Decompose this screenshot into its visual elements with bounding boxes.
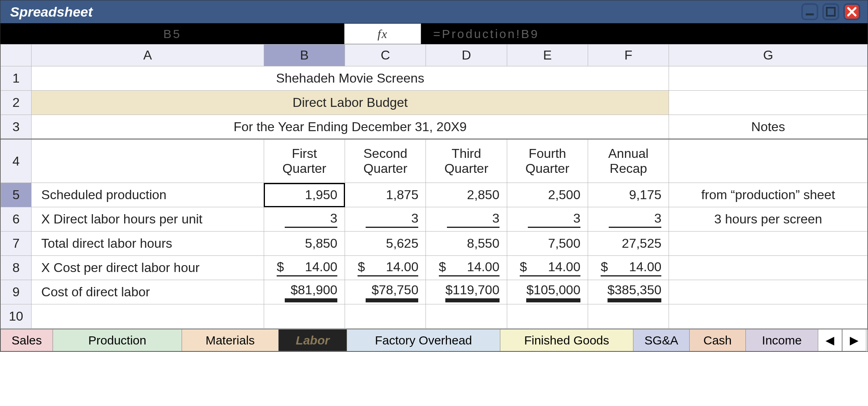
cell-G8[interactable] — [669, 256, 868, 280]
cell-C9[interactable]: $78,750 — [345, 280, 426, 304]
cell-G4[interactable] — [669, 139, 868, 183]
col-header-D[interactable]: D — [426, 45, 507, 66]
cell-E4[interactable]: Fourth Quarter — [507, 139, 588, 183]
tab-cash[interactable]: Cash — [689, 329, 746, 351]
name-box[interactable]: B5 — [0, 23, 344, 44]
row-4: 4 First Quarter Second Quarter Third Qua… — [1, 139, 868, 183]
spreadsheet-window: Spreadsheet B5 fx =Production!B9 — [0, 0, 868, 352]
cell-D4[interactable]: Third Quarter — [426, 139, 507, 183]
cell-D10[interactable] — [426, 304, 507, 329]
row-header-10[interactable]: 10 — [1, 304, 32, 329]
row-header-1[interactable]: 1 — [1, 66, 32, 91]
col-header-F[interactable]: F — [588, 45, 669, 66]
col-header-C[interactable]: C — [345, 45, 426, 66]
cell-A8[interactable]: X Cost per direct labor hour — [32, 256, 264, 280]
tab-income[interactable]: Income — [745, 329, 818, 351]
col-header-E[interactable]: E — [507, 45, 588, 66]
cell-B5[interactable]: 1,950 — [264, 183, 345, 207]
row-header-7[interactable]: 7 — [1, 232, 32, 256]
cell-A9[interactable]: Cost of direct labor — [32, 280, 264, 304]
cell-F6[interactable]: 3 — [588, 207, 669, 232]
cell-C6[interactable]: 3 — [345, 207, 426, 232]
tab-sga[interactable]: SG&A — [633, 329, 690, 351]
cell-G6[interactable]: 3 hours per screen — [669, 207, 868, 232]
cell-A5[interactable]: Scheduled production — [32, 183, 264, 207]
fx-button[interactable]: fx — [344, 23, 421, 44]
maximize-button[interactable] — [822, 3, 839, 20]
col-header-G[interactable]: G — [669, 45, 868, 66]
active-cell-ref: B5 — [163, 27, 182, 41]
select-all-corner[interactable] — [1, 45, 32, 66]
cell-B8[interactable]: $14.00 — [264, 256, 345, 280]
cell-D5[interactable]: 2,850 — [426, 183, 507, 207]
row-header-5[interactable]: 5 — [1, 183, 32, 207]
cell-B4[interactable]: First Quarter — [264, 139, 345, 183]
cell-G1[interactable] — [669, 66, 868, 91]
row-header-6[interactable]: 6 — [1, 207, 32, 232]
cell-B7[interactable]: 5,850 — [264, 232, 345, 256]
cell-E8[interactable]: $14.00 — [507, 256, 588, 280]
cell-B10[interactable] — [264, 304, 345, 329]
cell-E6[interactable]: 3 — [507, 207, 588, 232]
cell-B9[interactable]: $81,900 — [264, 280, 345, 304]
cell-A6[interactable]: X Direct labor hours per unit — [32, 207, 264, 232]
cell-D7[interactable]: 8,550 — [426, 232, 507, 256]
cell-E7[interactable]: 7,500 — [507, 232, 588, 256]
close-button[interactable] — [843, 3, 860, 20]
tab-sales[interactable]: Sales — [0, 329, 53, 351]
cell-E5[interactable]: 2,500 — [507, 183, 588, 207]
row-header-4[interactable]: 4 — [1, 139, 32, 183]
cell-G10[interactable] — [669, 304, 868, 329]
cell-G7[interactable] — [669, 232, 868, 256]
minimize-button[interactable] — [801, 3, 818, 20]
cell-F9[interactable]: $385,350 — [588, 280, 669, 304]
cell-E9[interactable]: $105,000 — [507, 280, 588, 304]
cell-period[interactable]: For the Year Ending December 31, 20X9 — [32, 115, 669, 139]
cell-G2[interactable] — [669, 91, 868, 115]
cell-B6[interactable]: 3 — [264, 207, 345, 232]
cell-G9[interactable] — [669, 280, 868, 304]
cell-D9[interactable]: $119,700 — [426, 280, 507, 304]
tab-factory-overhead[interactable]: Factory Overhead — [347, 329, 500, 351]
cell-subtitle[interactable]: Direct Labor Budget — [32, 91, 669, 115]
cell-C4[interactable]: Second Quarter — [345, 139, 426, 183]
title-bar: Spreadsheet — [0, 0, 868, 23]
cell-A10[interactable] — [32, 304, 264, 329]
cell-F10[interactable] — [588, 304, 669, 329]
cell-D8[interactable]: $14.00 — [426, 256, 507, 280]
row-header-9[interactable]: 9 — [1, 280, 32, 304]
row-8: 8 X Cost per direct labor hour $14.00 $1… — [1, 256, 868, 280]
cell-A4[interactable] — [32, 139, 264, 183]
cell-C5[interactable]: 1,875 — [345, 183, 426, 207]
column-header-row: A B C D E F G — [1, 45, 868, 66]
cell-C10[interactable] — [345, 304, 426, 329]
fx-label: fx — [377, 27, 388, 41]
cell-D6[interactable]: 3 — [426, 207, 507, 232]
tab-labor[interactable]: Labor — [278, 329, 347, 351]
cell-F4[interactable]: Annual Recap — [588, 139, 669, 183]
tab-materials[interactable]: Materials — [182, 329, 279, 351]
col-header-A[interactable]: A — [32, 45, 264, 66]
cell-F7[interactable]: 27,525 — [588, 232, 669, 256]
tab-scroll-left[interactable]: ◀ — [818, 329, 842, 351]
cell-G5[interactable]: from “production” sheet — [669, 183, 868, 207]
cell-C8[interactable]: $14.00 — [345, 256, 426, 280]
spreadsheet-grid[interactable]: A B C D E F G 1 Shehadeh Movie Screens 2… — [0, 44, 868, 329]
cell-F8[interactable]: $14.00 — [588, 256, 669, 280]
cell-E10[interactable] — [507, 304, 588, 329]
formula-input[interactable]: =Production!B9 — [421, 23, 868, 44]
tab-scroll-right[interactable]: ▶ — [842, 329, 866, 351]
row-header-8[interactable]: 8 — [1, 256, 32, 280]
cell-F5[interactable]: 9,175 — [588, 183, 669, 207]
tab-finished-goods[interactable]: Finished Goods — [500, 329, 633, 351]
tab-production[interactable]: Production — [53, 329, 182, 351]
col-header-B[interactable]: B — [264, 45, 345, 66]
svg-rect-0 — [806, 13, 814, 15]
sheet-tab-bar: Sales Production Materials Labor Factory… — [0, 329, 868, 351]
cell-C7[interactable]: 5,625 — [345, 232, 426, 256]
cell-A7[interactable]: Total direct labor hours — [32, 232, 264, 256]
row-header-2[interactable]: 2 — [1, 91, 32, 115]
row-header-3[interactable]: 3 — [1, 115, 32, 139]
cell-title[interactable]: Shehadeh Movie Screens — [32, 66, 669, 91]
cell-notes-label[interactable]: Notes — [669, 115, 868, 139]
